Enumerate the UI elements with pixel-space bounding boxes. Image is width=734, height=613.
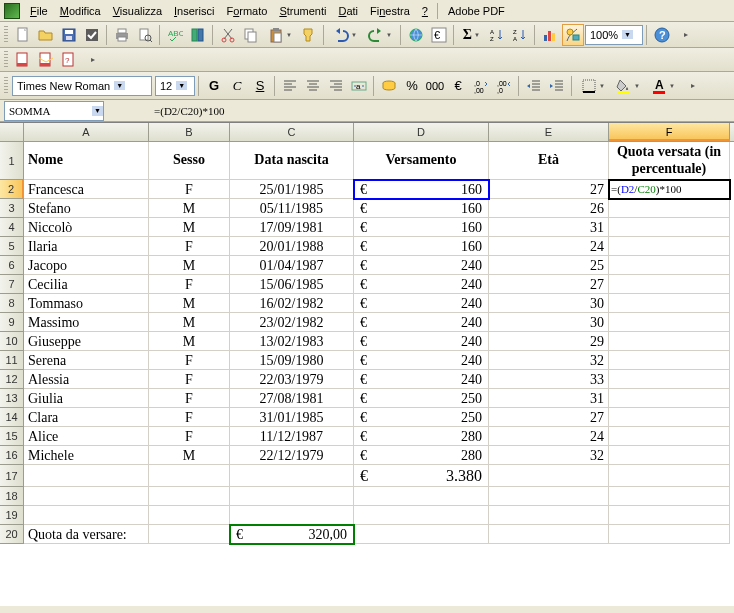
cell-B15[interactable]: F	[149, 427, 230, 446]
menu-strumenti[interactable]: Strumenti	[273, 3, 332, 19]
toolbar-grip[interactable]	[4, 77, 8, 95]
row-header-14[interactable]: 14	[0, 408, 24, 427]
cell-E3[interactable]: 26	[489, 199, 609, 218]
align-center-button[interactable]	[302, 75, 324, 97]
row-header-5[interactable]: 5	[0, 237, 24, 256]
cell-C12[interactable]: 22/03/1979	[230, 370, 354, 389]
cell[interactable]	[149, 506, 230, 525]
decrease-decimal-button[interactable]: ,00,0	[493, 75, 515, 97]
underline-button[interactable]: S	[249, 75, 271, 97]
cell-D20[interactable]	[354, 525, 489, 544]
font-combo[interactable]: Times New Roman▼	[12, 76, 152, 96]
row-header-15[interactable]: 15	[0, 427, 24, 446]
cell-F11[interactable]	[609, 351, 730, 370]
cell-A8[interactable]: Tommaso	[24, 294, 149, 313]
cell-E12[interactable]: 33	[489, 370, 609, 389]
cell-D11[interactable]: €240	[354, 351, 489, 370]
name-box[interactable]: SOMMA ▼	[4, 101, 104, 121]
cell-F15[interactable]	[609, 427, 730, 446]
cell-B13[interactable]: F	[149, 389, 230, 408]
menu-inserisci[interactable]: Inserisci	[168, 3, 220, 19]
cell-D6[interactable]: €240	[354, 256, 489, 275]
col-header-A[interactable]: A	[24, 123, 149, 141]
copy-button[interactable]	[240, 24, 262, 46]
cell-D15[interactable]: €280	[354, 427, 489, 446]
menu-file[interactable]: File	[24, 3, 54, 19]
toolbar-options-button[interactable]: ▸	[681, 75, 703, 97]
cell-F5[interactable]	[609, 237, 730, 256]
cell-A12[interactable]: Alessia	[24, 370, 149, 389]
drawing-toolbar-button[interactable]	[562, 24, 584, 46]
cell-C4[interactable]: 17/09/1981	[230, 218, 354, 237]
save-button[interactable]	[58, 24, 80, 46]
cell-F14[interactable]	[609, 408, 730, 427]
toolbar-grip[interactable]	[4, 26, 8, 44]
cell-F20[interactable]	[609, 525, 730, 544]
cell-D3[interactable]: €160	[354, 199, 489, 218]
increase-decimal-button[interactable]: ,0,00	[470, 75, 492, 97]
cell-D10[interactable]: €240	[354, 332, 489, 351]
cell-C7[interactable]: 15/06/1985	[230, 275, 354, 294]
cell-A1[interactable]: Nome	[24, 142, 149, 180]
row-header-7[interactable]: 7	[0, 275, 24, 294]
cell[interactable]	[149, 487, 230, 506]
row-header-10[interactable]: 10	[0, 332, 24, 351]
cell-A19[interactable]	[24, 506, 149, 525]
toolbar-grip[interactable]	[4, 51, 8, 69]
select-all-corner[interactable]	[0, 123, 24, 142]
cell-D13[interactable]: €250	[354, 389, 489, 408]
undo-button[interactable]: ▼	[328, 24, 362, 46]
cell-C17[interactable]	[230, 465, 354, 487]
font-color-button[interactable]: A▼	[646, 75, 680, 97]
cell-D16[interactable]: €280	[354, 446, 489, 465]
cell-B12[interactable]: F	[149, 370, 230, 389]
cell-E10[interactable]: 29	[489, 332, 609, 351]
cell-B9[interactable]: M	[149, 313, 230, 332]
formula-input[interactable]: =(D2/C20)*100	[104, 105, 734, 117]
cell-F9[interactable]	[609, 313, 730, 332]
cell-E15[interactable]: 24	[489, 427, 609, 446]
cell-B5[interactable]: F	[149, 237, 230, 256]
cell-B16[interactable]: M	[149, 446, 230, 465]
cell-D12[interactable]: €240	[354, 370, 489, 389]
menu-help[interactable]: ?	[416, 3, 434, 19]
row-header-6[interactable]: 6	[0, 256, 24, 275]
cell-A14[interactable]: Clara	[24, 408, 149, 427]
permissions-button[interactable]	[81, 24, 103, 46]
col-header-B[interactable]: B	[149, 123, 230, 141]
row-header-2[interactable]: 2	[0, 180, 24, 199]
cell-B7[interactable]: F	[149, 275, 230, 294]
cell[interactable]	[230, 506, 354, 525]
cell-E7[interactable]: 27	[489, 275, 609, 294]
cell-E13[interactable]: 31	[489, 389, 609, 408]
euro-convert-button[interactable]: €	[428, 24, 450, 46]
bold-button[interactable]: G	[203, 75, 225, 97]
cell-C16[interactable]: 22/12/1979	[230, 446, 354, 465]
toolbar-options-button[interactable]: ▸	[674, 24, 696, 46]
pdf-email-button[interactable]	[35, 49, 57, 71]
cell-A11[interactable]: Serena	[24, 351, 149, 370]
new-doc-button[interactable]	[12, 24, 34, 46]
row-header-13[interactable]: 13	[0, 389, 24, 408]
cell-F13[interactable]	[609, 389, 730, 408]
cell-F10[interactable]	[609, 332, 730, 351]
row-header-3[interactable]: 3	[0, 199, 24, 218]
cell-F17[interactable]	[609, 465, 730, 487]
format-painter-button[interactable]	[298, 24, 320, 46]
cut-button[interactable]	[217, 24, 239, 46]
chart-wizard-button[interactable]	[539, 24, 561, 46]
cell-E9[interactable]: 30	[489, 313, 609, 332]
row-header-20[interactable]: 20	[0, 525, 24, 544]
cell-C2[interactable]: 25/01/1985	[230, 180, 354, 199]
fill-color-button[interactable]: ▼	[611, 75, 645, 97]
cell-E6[interactable]: 25	[489, 256, 609, 275]
cell[interactable]	[354, 487, 489, 506]
menu-formato[interactable]: Formato	[220, 3, 273, 19]
cell-A4[interactable]: Niccolò	[24, 218, 149, 237]
cell-A5[interactable]: Ilaria	[24, 237, 149, 256]
row-header-1[interactable]: 1	[0, 142, 24, 180]
cell-F7[interactable]	[609, 275, 730, 294]
cell-B4[interactable]: M	[149, 218, 230, 237]
cell-D2[interactable]: €160	[354, 180, 489, 199]
euro-button[interactable]: €	[447, 75, 469, 97]
